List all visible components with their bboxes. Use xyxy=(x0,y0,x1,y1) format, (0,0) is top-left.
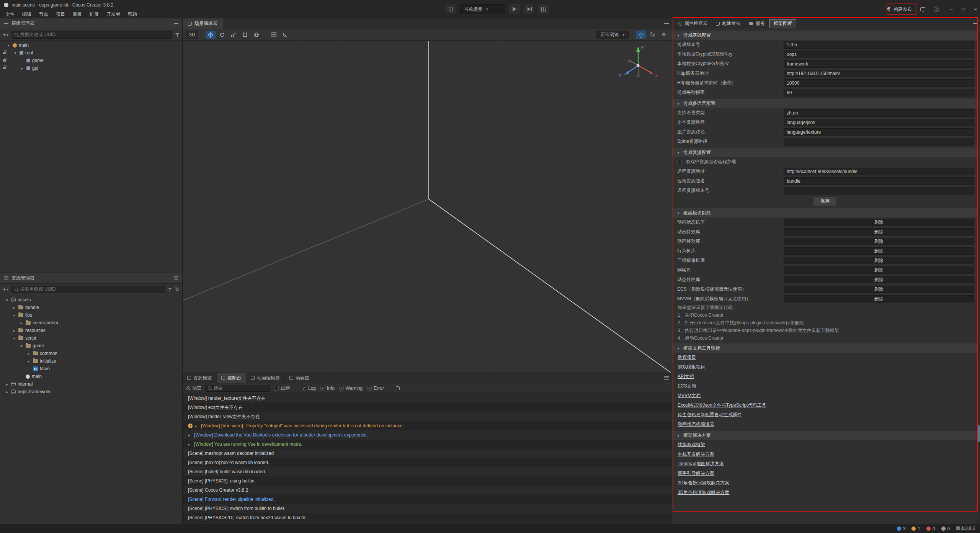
mode-3d-button[interactable]: 3D xyxy=(186,31,198,39)
log-filter-toggle[interactable]: Log xyxy=(302,386,316,391)
minimize-button[interactable]: – xyxy=(950,7,952,12)
lock-icon[interactable] xyxy=(3,59,6,62)
text-input[interactable]: 1.0.5 xyxy=(784,41,974,49)
text-input[interactable]: 10000 xyxy=(784,79,974,87)
tab-animation-graph[interactable]: 动画图 xyxy=(285,373,314,383)
log-row[interactable]: ! ▸ [Scene] [PHYSICS]: switch from built… xyxy=(183,504,672,513)
text-input[interactable]: oops xyxy=(784,51,974,58)
menu-item[interactable]: 编辑 xyxy=(18,10,35,18)
log-filter-toggle[interactable]: Warning xyxy=(339,386,363,391)
chevron-right-icon[interactable]: ▸ xyxy=(195,424,199,428)
delete-module-button[interactable]: 删除 xyxy=(784,238,974,245)
section-solutions[interactable]: ▾ 框架解决方案 xyxy=(672,431,978,440)
delete-module-button[interactable]: 删除 xyxy=(784,295,974,302)
text-input[interactable]: framework xyxy=(784,60,974,68)
rotate-tool-button[interactable] xyxy=(217,31,227,39)
solution-link[interactable]: 2D角色扮演游戏解决方案 xyxy=(678,480,729,486)
doc-link[interactable]: 原生包热更新配置自动生成插件 xyxy=(678,412,742,418)
log-row[interactable]: ! ▸ [Window] model_view文件夹不存在 xyxy=(183,412,672,421)
section-basic-config[interactable]: ▾ 游戏基础配置 xyxy=(672,31,978,40)
play-button[interactable] xyxy=(509,4,520,14)
snap-rotate-button[interactable] xyxy=(280,31,290,39)
log-row[interactable]: ! ▸ [Scene] Cocos Creator v3.8.2 xyxy=(183,486,672,495)
snap-grid-button[interactable] xyxy=(269,31,279,39)
doc-link[interactable]: 动画状态机编辑器 xyxy=(678,421,714,428)
collapse-logs-icon[interactable] xyxy=(396,386,400,390)
chevron-right-icon[interactable]: ▸ xyxy=(19,321,24,325)
lock-icon[interactable] xyxy=(3,52,6,54)
section-module-strip[interactable]: ▾ 框架模块剔除 xyxy=(672,208,978,217)
chevron-down-icon[interactable]: ▾ xyxy=(13,51,18,55)
view-mode-select[interactable]: 正常浏览 ▾ xyxy=(596,31,629,39)
maximize-button[interactable]: □ xyxy=(962,7,965,12)
menu-item[interactable]: 项目 xyxy=(52,10,69,18)
menu-item[interactable]: 文件 xyxy=(2,10,18,18)
help-icon[interactable]: ? xyxy=(934,7,939,12)
screenshot-button[interactable] xyxy=(647,31,657,39)
error-count[interactable]: 0 xyxy=(926,526,935,531)
tab-animation-editor[interactable]: 动画编辑器 xyxy=(246,373,285,383)
chevron-right-icon[interactable]: ▸ xyxy=(12,329,16,333)
panel-options-icon[interactable] xyxy=(664,376,669,380)
text-input[interactable]: language/json xyxy=(784,119,974,126)
text-input[interactable]: http://localhost:8083/assets/bundle xyxy=(784,168,974,175)
doc-link[interactable]: Excel格式转Json文件与TypeScript代码工具 xyxy=(678,402,766,409)
chevron-right-icon[interactable]: ▸ xyxy=(188,442,192,446)
layout-grid-button[interactable] xyxy=(538,4,549,14)
chevron-right-icon[interactable]: ▸ xyxy=(5,390,9,394)
hierarchy-node-root[interactable]: ▾ root xyxy=(0,49,182,57)
add-node-button[interactable]: +▾ xyxy=(3,32,8,38)
log-row[interactable]: ! ▸ [Scene] [bullet]:bullet wasm lib loa… xyxy=(183,467,672,476)
panel-options-icon[interactable] xyxy=(174,22,178,25)
log-row[interactable]: ! ▸ [Window] [Vue warn]: Property "onInp… xyxy=(183,421,672,430)
scrollbar-thumb[interactable] xyxy=(978,425,980,442)
tab-property-inspector[interactable]: 属性检查器 xyxy=(675,19,711,28)
solution-link[interactable]: 战旗游戏框架 xyxy=(678,441,705,448)
solution-link[interactable]: Tiledmap地图解决方案 xyxy=(678,461,724,467)
tab-build-publish[interactable]: 构建发布 xyxy=(712,19,744,28)
asset-node-common[interactable]: ▸ common xyxy=(0,350,182,357)
log-row[interactable]: ! ▸ [Window] Download the Vue Devtools e… xyxy=(183,430,672,440)
delete-module-button[interactable]: 删除 xyxy=(784,219,974,226)
panel-options-icon[interactable] xyxy=(973,22,978,25)
text-input[interactable]: 60 xyxy=(784,89,974,96)
add-asset-button[interactable]: +▾ xyxy=(3,287,8,292)
solution-link[interactable]: 全栈开发解决方案 xyxy=(678,451,714,458)
menu-item[interactable]: 开发者 xyxy=(103,10,124,18)
chevron-down-icon[interactable]: ▾ xyxy=(5,298,9,302)
text-input[interactable] xyxy=(784,138,974,146)
hierarchy-node-game[interactable]: game xyxy=(0,57,182,64)
hierarchy-search-input[interactable]: 搜索名称或 UUID xyxy=(11,31,172,39)
asset-node-libs[interactable]: ▾ libs xyxy=(0,311,182,319)
asset-node-assets[interactable]: ▾ assets xyxy=(0,296,182,304)
panel-options-icon[interactable] xyxy=(664,22,669,25)
menu-item[interactable]: 面板 xyxy=(69,10,86,18)
menu-item[interactable]: 扩展 xyxy=(86,10,103,18)
asset-node-oops-framework[interactable]: ▸ oops-framework xyxy=(0,388,182,396)
solution-link[interactable]: 3D角色扮演游戏解决方案 xyxy=(678,489,729,496)
scale-tool-button[interactable] xyxy=(229,31,238,39)
delete-module-button[interactable]: 删除 xyxy=(784,247,974,255)
tab-asset-preview[interactable]: 资源预览 xyxy=(183,373,217,383)
text-input[interactable]: zh,en xyxy=(784,109,974,117)
text-input[interactable]: http://192.168.0.150/main/ xyxy=(784,70,974,77)
log-row[interactable]: ! ▸ [Scene] [box2d]:box2d wasm lib loade… xyxy=(183,458,672,467)
text-input[interactable] xyxy=(784,187,974,195)
delete-module-button[interactable]: 删除 xyxy=(784,228,974,235)
build-publish-button[interactable]: 构建发布 xyxy=(887,6,912,13)
log-filter-toggle[interactable]: Info xyxy=(320,386,335,391)
tab-framework-config[interactable]: 框架配置 xyxy=(769,19,796,28)
log-filter-toggle[interactable]: Error xyxy=(367,386,384,391)
scene-settings-button[interactable]: ⚙ xyxy=(659,31,669,39)
lighting-toggle-button[interactable] xyxy=(636,31,646,39)
scrollbar-track[interactable] xyxy=(977,29,980,524)
asset-node-script[interactable]: ▾ script xyxy=(0,334,182,342)
extra-count[interactable]: 0 xyxy=(941,526,950,531)
hierarchy-node-gui[interactable]: ▸ gui xyxy=(0,64,182,72)
regex-toggle[interactable]: 正则 xyxy=(274,385,290,391)
text-input[interactable]: language/texture xyxy=(784,128,974,136)
menu-item[interactable]: 帮助 xyxy=(124,10,141,18)
scene-select[interactable]: 当前场景 ▾ xyxy=(460,4,505,14)
chevron-right-icon[interactable]: ▸ xyxy=(20,66,24,70)
chevron-down-icon[interactable]: ▾ xyxy=(12,336,16,340)
